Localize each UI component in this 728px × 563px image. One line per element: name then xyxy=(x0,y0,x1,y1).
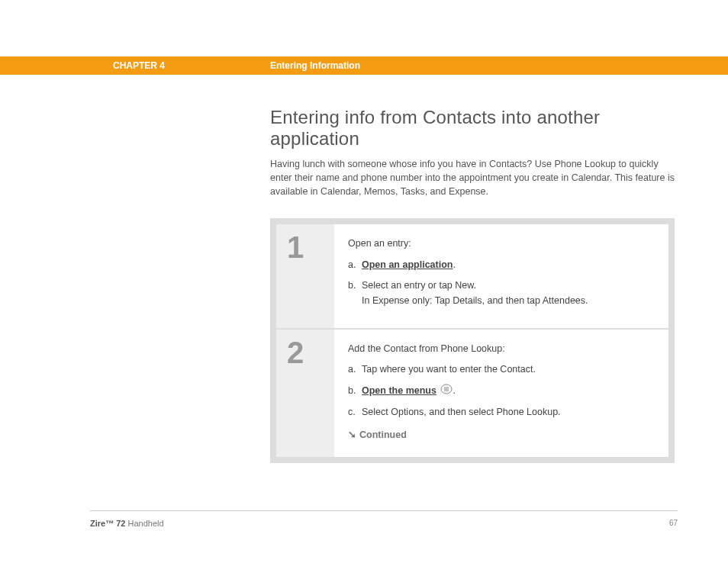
step-body: Open an entry: a. Open an application. b… xyxy=(334,224,668,328)
substep-letter: b. xyxy=(348,384,356,398)
footer-product-type: Handheld xyxy=(128,519,164,528)
substep-2a: a. Tap where you want to enter the Conta… xyxy=(348,362,655,377)
substep-letter: a. xyxy=(348,362,356,377)
substep-text-line2: In Expense only: Tap Details, and then t… xyxy=(362,294,655,308)
open-menus-link[interactable]: Open the menus xyxy=(362,385,436,396)
continued-label: Continued xyxy=(359,429,407,440)
substep-text: Select an entry or tap New. xyxy=(362,280,476,291)
footer-divider xyxy=(90,510,678,511)
menu-icon xyxy=(440,384,453,399)
chapter-label: CHAPTER 4 xyxy=(113,60,165,71)
intro-paragraph: Having lunch with someone whose info you… xyxy=(270,157,675,198)
step-intro-text: Add the Contact from Phone Lookup: xyxy=(348,342,655,356)
step-intro-text: Open an entry: xyxy=(348,236,655,251)
substep-text: Select Options, and then select Phone Lo… xyxy=(362,407,561,417)
substep-1b: b. Select an entry or tap New. In Expens… xyxy=(348,278,655,308)
header-bar: CHAPTER 4 Entering Information xyxy=(0,56,728,75)
step-1: 1 Open an entry: a. Open an application.… xyxy=(276,224,668,328)
substep-letter: b. xyxy=(348,278,356,293)
step-number: 2 xyxy=(276,330,334,457)
substep-1a: a. Open an application. xyxy=(348,258,655,272)
punct: . xyxy=(453,385,455,396)
open-application-link[interactable]: Open an application xyxy=(362,259,453,270)
continued-arrow-icon: ➘ xyxy=(348,427,356,442)
steps-container: 1 Open an entry: a. Open an application.… xyxy=(270,218,675,462)
punct: . xyxy=(453,259,455,270)
main-content: Entering info from Contacts into another… xyxy=(270,107,675,463)
substep-letter: c. xyxy=(348,405,356,420)
substep-letter: a. xyxy=(348,258,356,272)
footer-product-name: Zire™ 72 xyxy=(90,519,125,528)
footer: Zire™ 72 Handheld xyxy=(90,519,678,528)
continued-indicator: ➘Continued xyxy=(348,427,655,442)
substep-text: Tap where you want to enter the Contact. xyxy=(362,364,536,375)
substep-2c: c. Select Options, and then select Phone… xyxy=(348,405,655,420)
step-body: Add the Contact from Phone Lookup: a. Ta… xyxy=(334,330,668,457)
substep-2b: b. Open the menus . xyxy=(348,384,655,399)
page-number: 67 xyxy=(669,519,678,527)
step-2: 2 Add the Contact from Phone Lookup: a. … xyxy=(276,328,668,457)
section-label: Entering Information xyxy=(270,60,360,71)
page-heading: Entering info from Contacts into another… xyxy=(270,107,675,150)
step-number: 1 xyxy=(276,224,334,328)
